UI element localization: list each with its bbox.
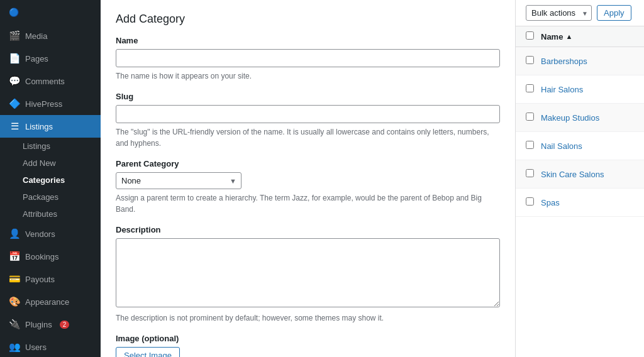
sidebar-item-bookings[interactable]: 📅 Bookings — [0, 245, 101, 268]
sidebar-item-plugins[interactable]: 🔌 Plugins 2 — [0, 313, 101, 336]
category-checkbox-cell-1 — [526, 56, 541, 66]
sidebar-sub-add-new[interactable]: Add New — [0, 155, 101, 172]
bulk-actions-wrap: Bulk actions ▼ — [526, 5, 592, 21]
vendors-icon: 👤 — [9, 228, 20, 239]
name-hint: The name is how it appears on your site. — [116, 70, 500, 82]
slug-input[interactable] — [116, 105, 500, 123]
sidebar-item-media-label: Media — [25, 31, 47, 41]
slug-hint: The "slug" is the URL-friendly version o… — [116, 126, 500, 149]
category-row: Makeup Studios — [516, 104, 644, 132]
category-list: Barbershops Hair Salons Makeup Studios N… — [516, 47, 644, 217]
bulk-actions-select[interactable]: Bulk actions — [526, 5, 592, 21]
form-title: Add Category — [116, 13, 500, 26]
category-row: Skin Care Salons — [516, 160, 644, 189]
sidebar-item-pages[interactable]: 📄 Pages — [0, 47, 101, 70]
sidebar-item-users[interactable]: 👥 Users — [0, 336, 101, 357]
list-toolbar: Bulk actions ▼ Apply — [516, 0, 644, 26]
header-name-label: Name — [541, 32, 563, 41]
listings-icon: ☰ — [9, 121, 20, 132]
category-name-1[interactable]: Barbershops — [541, 57, 587, 66]
media-icon: 🎬 — [9, 30, 20, 41]
category-checkbox-cell-5 — [526, 169, 541, 179]
sidebar-item-listings[interactable]: ☰ Listings — [0, 115, 101, 138]
parent-category-select[interactable]: None — [116, 172, 242, 189]
sidebar-listings-submenu: Listings Add New Categories Packages Att… — [0, 138, 101, 222]
sidebar-item-appearance[interactable]: 🎨 Appearance — [0, 290, 101, 313]
image-field-group: Image (optional) Select Image — [116, 334, 500, 357]
sidebar-item-hivepress-label: HivePress — [25, 99, 62, 109]
description-label: Description — [116, 225, 500, 234]
parent-category-group: Parent Category None ▼ Assign a parent t… — [116, 159, 500, 215]
category-row: Hair Salons — [516, 75, 644, 104]
category-checkbox-1[interactable] — [526, 56, 534, 64]
main-content: Add Category Name The name is how it app… — [101, 0, 644, 357]
category-checkbox-3[interactable] — [526, 113, 534, 121]
sidebar-sub-categories[interactable]: Categories — [0, 172, 101, 189]
sidebar-item-media[interactable]: 🎬 Media — [0, 25, 101, 47]
category-checkbox-cell-2 — [526, 84, 541, 94]
description-hint: The description is not prominent by defa… — [116, 312, 500, 324]
users-icon: 👥 — [9, 341, 20, 353]
apply-button[interactable]: Apply — [597, 5, 631, 21]
wp-logo: 🔵 — [0, 0, 101, 25]
sidebar-sub-listings[interactable]: Listings — [0, 138, 101, 155]
comments-icon: 💬 — [9, 75, 20, 87]
name-field-group: Name The name is how it appears on your … — [116, 36, 500, 82]
category-checkbox-4[interactable] — [526, 141, 534, 149]
sidebar-item-appearance-label: Appearance — [25, 297, 69, 307]
category-name-3[interactable]: Makeup Studios — [541, 113, 599, 123]
category-checkbox-6[interactable] — [526, 197, 534, 206]
category-row: Barbershops — [516, 47, 644, 75]
category-row: Nail Salons — [516, 132, 644, 160]
sidebar-item-listings-label: Listings — [25, 122, 53, 131]
category-checkbox-2[interactable] — [526, 84, 534, 92]
plugins-badge: 2 — [60, 321, 70, 329]
name-label: Name — [116, 36, 500, 45]
sidebar-item-payouts[interactable]: 💳 Payouts — [0, 268, 101, 290]
list-header: Name ▲ — [516, 26, 644, 47]
category-name-2[interactable]: Hair Salons — [541, 85, 583, 94]
sidebar-sub-packages[interactable]: Packages — [0, 189, 101, 206]
select-image-button[interactable]: Select Image — [116, 347, 180, 357]
sidebar-item-hivepress[interactable]: 🔷 HivePress — [0, 92, 101, 115]
payouts-icon: 💳 — [9, 273, 20, 285]
sort-icon: ▲ — [565, 33, 572, 40]
category-checkbox-5[interactable] — [526, 169, 534, 177]
sidebar-item-vendors-label: Vendors — [25, 229, 55, 239]
description-textarea[interactable] — [116, 238, 500, 307]
parent-select-wrap: None ▼ — [116, 172, 242, 189]
category-checkbox-cell-4 — [526, 141, 541, 151]
add-category-form-panel: Add Category Name The name is how it app… — [101, 0, 516, 357]
slug-label: Slug — [116, 92, 500, 101]
sidebar-item-vendors[interactable]: 👤 Vendors — [0, 222, 101, 245]
plugins-icon: 🔌 — [9, 319, 20, 330]
category-checkbox-cell-6 — [526, 197, 541, 207]
category-checkbox-cell-3 — [526, 113, 541, 123]
sidebar-item-pages-label: Pages — [25, 54, 48, 63]
parent-hint: Assign a parent term to create a hierarc… — [116, 192, 500, 215]
sidebar-item-comments[interactable]: 💬 Comments — [0, 70, 101, 92]
select-all-checkbox[interactable] — [526, 31, 534, 40]
categories-list-panel: Bulk actions ▼ Apply Name ▲ Barbershops — [516, 0, 644, 357]
sidebar-item-users-label: Users — [25, 343, 47, 352]
wp-icon: 🔵 — [9, 8, 19, 17]
name-input[interactable] — [116, 49, 500, 67]
sidebar-sub-attributes[interactable]: Attributes — [0, 206, 101, 222]
category-name-4[interactable]: Nail Salons — [541, 141, 582, 151]
sidebar-item-bookings-label: Bookings — [25, 252, 58, 261]
sidebar: 🔵 🎬 Media 📄 Pages 💬 Comments 🔷 HivePress… — [0, 0, 101, 357]
image-label: Image (optional) — [116, 334, 500, 343]
hivepress-icon: 🔷 — [9, 98, 20, 109]
sidebar-item-plugins-label: Plugins — [25, 320, 52, 329]
description-field-group: Description The description is not promi… — [116, 225, 500, 324]
parent-category-label: Parent Category — [116, 159, 500, 168]
category-name-5[interactable]: Skin Care Salons — [541, 170, 604, 179]
appearance-icon: 🎨 — [9, 296, 20, 307]
header-name-column: Name ▲ — [541, 32, 572, 41]
category-name-6[interactable]: Spas — [541, 198, 560, 207]
header-checkbox-cell — [526, 31, 541, 41]
category-row: Spas — [516, 189, 644, 217]
slug-field-group: Slug The "slug" is the URL-friendly vers… — [116, 92, 500, 149]
bookings-icon: 📅 — [9, 251, 20, 262]
sidebar-item-payouts-label: Payouts — [25, 275, 55, 284]
